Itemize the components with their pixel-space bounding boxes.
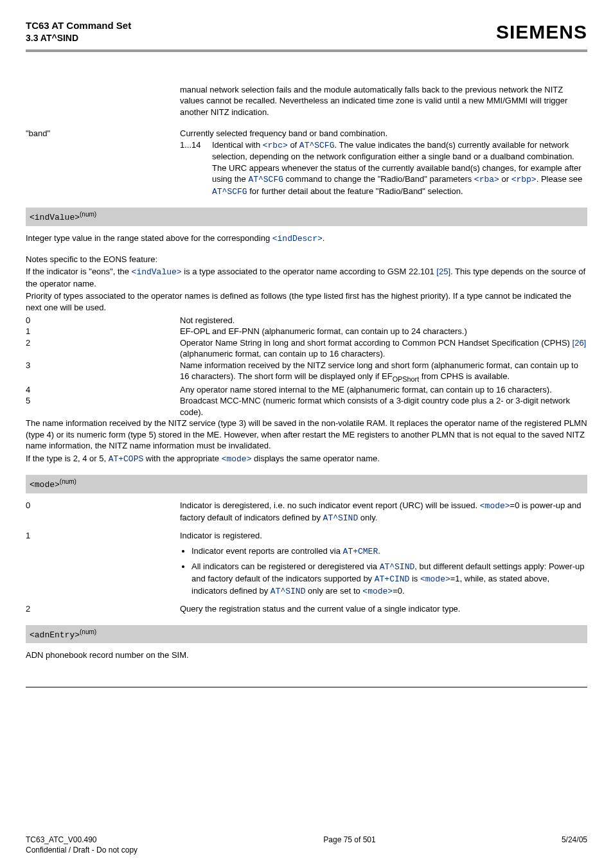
type-2-num: 2 xyxy=(26,337,180,360)
mode-ref-3[interactable]: <mode> xyxy=(362,587,393,596)
atsind-link[interactable]: AT^SIND xyxy=(323,513,359,523)
mode-1-desc: Indicator is registered. xyxy=(180,530,587,542)
ref-25[interactable]: [25] xyxy=(436,267,450,276)
mode-header: <mode>(num) xyxy=(26,475,587,493)
rba-param[interactable]: <rba> xyxy=(474,175,499,184)
footer-divider xyxy=(26,687,587,687)
siemens-logo: SIEMENS xyxy=(496,19,587,46)
indvalue-header: <indValue>(num) xyxy=(26,208,587,226)
type-4-desc: Any operator name stored internal to the… xyxy=(180,384,587,396)
atcops-link[interactable]: AT+COPS xyxy=(109,454,144,464)
doc-subtitle: 3.3 AT^SIND xyxy=(26,32,131,44)
ref-26[interactable]: [26] xyxy=(573,338,587,348)
footer-date: 5/24/05 xyxy=(562,835,587,855)
type-5-num: 5 xyxy=(26,395,180,418)
atscfg-link-3[interactable]: AT^SCFG xyxy=(212,187,247,197)
atsind-link-3[interactable]: AT^SIND xyxy=(271,587,306,596)
indvalue-ref[interactable]: <indValue> xyxy=(132,267,182,277)
intro-paragraph: manual network selection fails and the m… xyxy=(180,84,587,118)
mode-1-bullet-1: Indicator event reports are controlled v… xyxy=(191,545,587,558)
atcmer-link[interactable]: AT+CMER xyxy=(343,547,378,556)
mode-ref-2[interactable]: <mode> xyxy=(420,574,450,584)
type-3-num: 3 xyxy=(26,360,180,384)
type-5-desc: Broadcast MCC-MNC (numeric format which … xyxy=(180,395,587,418)
mode-ref[interactable]: <mode> xyxy=(222,454,252,464)
adnentry-header: <adnEntry>(num) xyxy=(26,625,587,644)
type-1-num: 1 xyxy=(26,326,180,337)
rbc-param[interactable]: <rbc> xyxy=(263,141,288,150)
band-line1: Currently selected frequency band or ban… xyxy=(180,128,587,139)
band-description: Identical with <rbc> of AT^SCFG. The val… xyxy=(212,139,587,198)
indvalue-line1: Integer type value in the range stated a… xyxy=(26,233,587,245)
adnentry-desc: ADN phonebook record number on the SIM. xyxy=(26,650,587,661)
header-divider xyxy=(26,49,587,52)
doc-title: TC63 AT Command Set xyxy=(26,19,131,32)
mode-2-num: 2 xyxy=(26,603,180,615)
type-2-desc: Operator Name String in long and short f… xyxy=(180,337,587,360)
mode-0-desc: Indicator is deregistered, i.e. no such … xyxy=(180,500,587,524)
footer-doc-id: TC63_ATC_V00.490 xyxy=(26,835,138,845)
atcind-link[interactable]: AT+CIND xyxy=(375,574,410,584)
mode-1-num: 1 xyxy=(26,530,180,542)
inddescr-link[interactable]: <indDescr> xyxy=(272,234,323,244)
type-0-num: 0 xyxy=(26,315,180,326)
mode-0-moderef[interactable]: <mode> xyxy=(480,501,510,511)
type-4-num: 4 xyxy=(26,384,180,396)
mode-0-num: 0 xyxy=(26,500,180,524)
eons-notes: If the indicator is "eons", the <indValu… xyxy=(26,266,587,289)
rbp-param[interactable]: <rbp> xyxy=(511,175,537,184)
mode-2-desc: Query the registration status and the cu… xyxy=(180,603,587,615)
type-0-desc: Not registered. xyxy=(180,315,587,326)
atsind-link-2[interactable]: AT^SIND xyxy=(380,562,415,572)
band-range: 1...14 xyxy=(180,139,212,198)
type-3-desc: Name information received by the NITZ se… xyxy=(180,360,587,384)
footer-page: Page 75 of 501 xyxy=(323,835,375,855)
footer-confidential: Confidential / Draft - Do not copy xyxy=(26,845,138,855)
mode-1-bullet-2: All indicators can be registered or dere… xyxy=(191,561,587,597)
nitz-after-text: The name information received by the NIT… xyxy=(26,418,587,452)
type-1-desc: EF-OPL and EF-PNN (alphanumeric format, … xyxy=(180,326,587,337)
eons-notes-heading: Notes specific to the EONS feature: xyxy=(26,254,587,265)
type-last-line: If the type is 2, 4 or 5, AT+COPS with t… xyxy=(26,453,587,465)
priority-text: Priority of types associated to the oper… xyxy=(26,290,587,313)
atscfg-link[interactable]: AT^SCFG xyxy=(299,141,335,150)
band-label: "band" xyxy=(26,128,180,197)
atscfg-link-2[interactable]: AT^SCFG xyxy=(248,175,283,184)
